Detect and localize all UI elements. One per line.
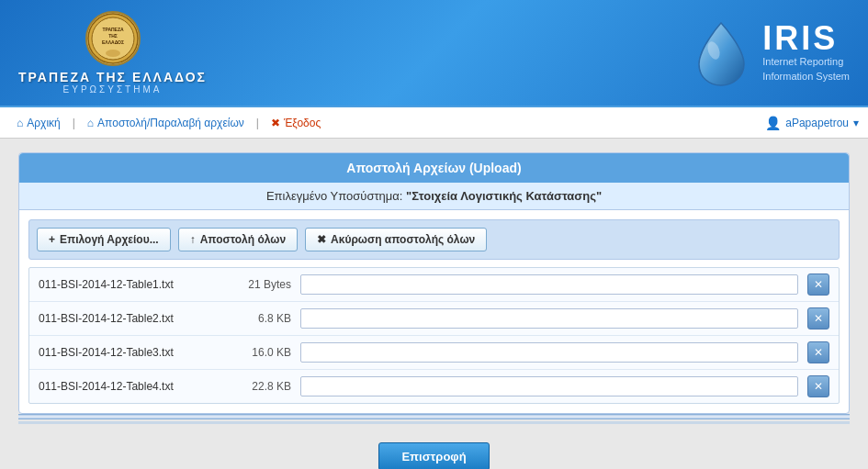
table-row: 011-BSI-2014-12-Table4.txt 22.8 KB ✕ [29, 370, 839, 403]
upload-toolbar: + Επιλογή Αρχείου... ↑ Αποστολή όλων ✖ Α… [28, 219, 840, 260]
send-all-label: Αποστολή όλων [200, 233, 286, 246]
table-row: 011-BSI-2014-12-Table1.txt 21 Bytes ✕ [29, 268, 839, 302]
bank-name: ΤΡΑΠΕΖΑ ΤΗΣ ΕΛΛΑΔΟΣ [18, 70, 207, 84]
panel-subtitle: Επιλεγμένο Υποσύστημα: "Στοιχεία Λογιστι… [19, 183, 849, 210]
iris-branding: IRIS Internet Reporting Information Syst… [692, 18, 850, 87]
file-progress-bar [300, 376, 798, 396]
file-name: 011-BSI-2014-12-Table2.txt [39, 312, 222, 325]
nav-links: ⌂ Αρχική | ⌂ Αποστολή/Παραλαβή αρχείων |… [9, 113, 328, 133]
subtitle-value: "Στοιχεία Λογιστικής Κατάστασης" [406, 189, 602, 203]
footer-lines [18, 414, 850, 419]
iris-logo: IRIS Internet Reporting Information Syst… [692, 18, 850, 87]
subtitle-pre: Επιλεγμένο Υποσύστημα: [266, 189, 406, 203]
iris-title: IRIS [762, 22, 850, 55]
choose-icon: + [49, 233, 55, 246]
upload-panel: Αποστολή Αρχείων (Upload) Επιλεγμένο Υπο… [18, 152, 850, 414]
table-row: 011-BSI-2014-12-Table3.txt 16.0 KB ✕ [29, 336, 839, 370]
username-label: aPapapetrou [785, 117, 849, 129]
file-size: 22.8 KB [231, 380, 291, 393]
file-progress-bar [300, 342, 798, 363]
panel-body: + Επιλογή Αρχείου... ↑ Αποστολή όλων ✖ Α… [19, 210, 849, 413]
svg-text:ΤΡΑΠΕΖΑ: ΤΡΑΠΕΖΑ [102, 27, 124, 32]
home-icon: ⌂ [17, 117, 23, 129]
cancel-all-button[interactable]: ✖ Ακύρωση αποστολής όλων [305, 228, 487, 251]
file-size: 6.8 KB [231, 312, 291, 325]
svg-text:ΕΛΛΑΔΟΣ: ΕΛΛΑΔΟΣ [102, 39, 124, 45]
send-all-button[interactable]: ↑ Αποστολή όλων [178, 228, 298, 251]
cancel-file-button[interactable]: ✕ [807, 274, 829, 296]
nav-home[interactable]: ⌂ Αρχική [9, 113, 68, 133]
cancel-all-icon: ✖ [317, 233, 326, 246]
main-content: Αποστολή Αρχείων (Upload) Επιλεγμένο Υπο… [0, 139, 868, 469]
nav-sep-2: | [256, 117, 259, 129]
cancel-file-button[interactable]: ✕ [807, 341, 829, 363]
user-dropdown-arrow: ▾ [853, 117, 859, 129]
file-name: 011-BSI-2014-12-Table1.txt [39, 278, 222, 291]
transfer-icon: ⌂ [87, 117, 94, 129]
panel-title: Αποστολή Αρχείων (Upload) [19, 153, 849, 183]
return-button[interactable]: Επιστροφή [378, 442, 489, 469]
bank-subtitle: ΕΥΡΩΣΥΣΤΗΜΑ [63, 84, 163, 95]
bank-seal: ΤΡΑΠΕΖΑ ΤΗΣ ΕΛΛΑΔΟΣ [85, 11, 141, 66]
choose-file-button[interactable]: + Επιλογή Αρχείου... [37, 228, 171, 251]
nav-user[interactable]: 👤 aPapapetrou ▾ [765, 116, 859, 130]
footer-area: Επιστροφή [18, 429, 850, 469]
iris-text-block: IRIS Internet Reporting Information Syst… [762, 22, 850, 84]
cancel-file-button[interactable]: ✕ [807, 307, 829, 329]
user-icon: 👤 [765, 116, 781, 130]
file-progress-bar [300, 308, 798, 329]
svg-point-5 [106, 50, 120, 57]
nav-sep-1: | [73, 117, 75, 129]
file-size: 21 Bytes [231, 278, 291, 291]
file-name: 011-BSI-2014-12-Table3.txt [39, 346, 222, 359]
send-all-icon: ↑ [190, 233, 196, 246]
files-table: 011-BSI-2014-12-Table1.txt 21 Bytes ✕ 01… [28, 267, 840, 404]
header: ΤΡΑΠΕΖΑ ΤΗΣ ΕΛΛΑΔΟΣ ΤΡΑΠΕΖΑ ΤΗΣ ΕΛΛΑΔΟΣ … [0, 0, 868, 106]
file-name: 011-BSI-2014-12-Table4.txt [39, 380, 222, 393]
nav-exit[interactable]: ✖ Έξοδος [264, 113, 328, 133]
file-size: 16.0 KB [231, 346, 291, 359]
file-progress-bar [300, 274, 798, 295]
table-row: 011-BSI-2014-12-Table2.txt 6.8 KB ✕ [29, 302, 839, 336]
svg-text:ΤΗΣ: ΤΗΣ [108, 33, 118, 39]
cancel-file-button[interactable]: ✕ [807, 375, 829, 397]
footer-bottom [18, 421, 850, 424]
iris-subtitle: Internet Reporting Information System [762, 55, 850, 84]
navbar: ⌂ Αρχική | ⌂ Αποστολή/Παραλαβή αρχείων |… [0, 106, 868, 139]
cancel-all-label: Ακύρωση αποστολής όλων [331, 233, 475, 246]
exit-icon: ✖ [271, 117, 280, 129]
bank-branding: ΤΡΑΠΕΖΑ ΤΗΣ ΕΛΛΑΔΟΣ ΤΡΑΠΕΖΑ ΤΗΣ ΕΛΛΑΔΟΣ … [18, 11, 207, 95]
nav-transfer[interactable]: ⌂ Αποστολή/Παραλαβή αρχείων [80, 113, 252, 133]
choose-label: Επιλογή Αρχείου... [60, 233, 159, 246]
iris-droplet-icon [692, 18, 751, 87]
